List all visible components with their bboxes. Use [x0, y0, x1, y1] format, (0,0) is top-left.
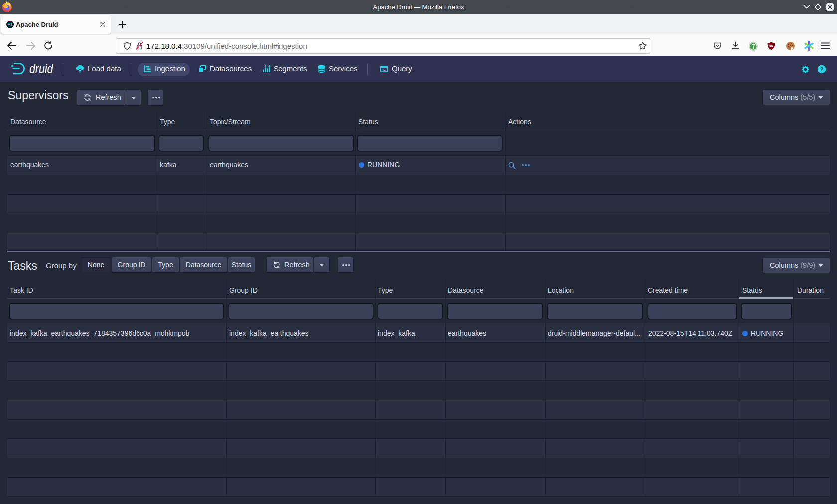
svg-text:?: ?: [820, 66, 824, 72]
svg-text:uO: uO: [769, 44, 773, 47]
